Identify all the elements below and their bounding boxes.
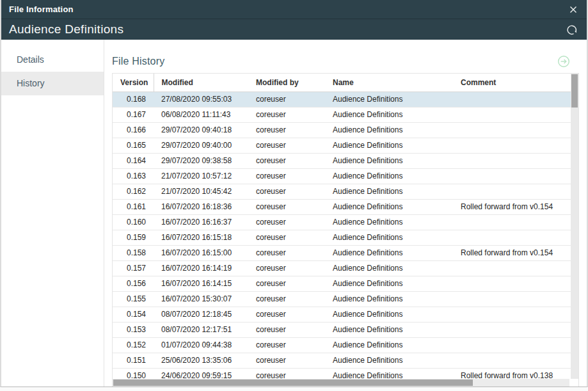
cell-modified-by: coreuser [248, 153, 325, 168]
cell-version: 0.166 [113, 122, 154, 138]
arrow-right-circle-icon[interactable] [556, 54, 571, 69]
cell-modified-by: coreuser [248, 353, 325, 368]
dialog-titlebar-sub: Audience Definitions [1, 19, 587, 40]
cell-modified: 16/07/2020 16:14:15 [154, 276, 248, 291]
cell-modified-by: coreuser [248, 230, 325, 245]
cell-modified-by: coreuser [248, 260, 325, 276]
cell-modified-by: coreuser [248, 138, 325, 153]
cell-comment [453, 153, 578, 168]
table-row[interactable]: 0.16016/07/2020 16:16:37coreuserAudience… [113, 214, 578, 230]
cell-modified: 29/07/2020 09:40:00 [154, 138, 248, 153]
cell-comment [453, 230, 578, 245]
table-row[interactable]: 0.15916/07/2020 16:15:18coreuserAudience… [113, 230, 578, 245]
cell-name: Audience Definitions [325, 214, 453, 230]
table-row[interactable]: 0.15408/07/2020 12:18:45coreuserAudience… [113, 307, 578, 322]
dialog-title: File Information [9, 4, 74, 14]
table-row[interactable]: 0.15201/07/2020 09:44:38coreuserAudience… [113, 337, 578, 353]
cell-modified-by: coreuser [248, 214, 325, 230]
section-header: File History [112, 40, 579, 73]
cell-name: Audience Definitions [325, 122, 453, 138]
cell-version: 0.168 [113, 92, 154, 107]
cell-name: Audience Definitions [325, 291, 453, 307]
cell-version: 0.163 [113, 168, 154, 184]
table-row[interactable]: 0.16321/07/2020 10:57:12coreuserAudience… [113, 168, 578, 184]
cell-modified: 16/07/2020 16:16:37 [154, 214, 248, 230]
column-header-modified-by[interactable]: Modified by [248, 74, 325, 92]
file-name-title: Audience Definitions [9, 22, 123, 36]
column-header-comment[interactable]: Comment [453, 74, 578, 92]
horizontal-scrollbar-thumb[interactable] [113, 379, 473, 386]
cell-version: 0.164 [113, 153, 154, 168]
column-header-name[interactable]: Name [325, 74, 453, 92]
table-row[interactable]: 0.15816/07/2020 16:15:00coreuserAudience… [113, 245, 578, 260]
cell-comment [453, 337, 578, 353]
table-row[interactable]: 0.16529/07/2020 09:40:00coreuserAudience… [113, 138, 578, 153]
table-row[interactable]: 0.15616/07/2020 16:14:15coreuserAudience… [113, 276, 578, 291]
table-row[interactable]: 0.16116/07/2020 16:18:36coreuserAudience… [113, 199, 578, 214]
cell-name: Audience Definitions [325, 245, 453, 260]
table-row[interactable]: 0.16629/07/2020 09:40:18coreuserAudience… [113, 122, 578, 138]
table-row[interactable]: 0.16706/08/2020 11:11:43coreuserAudience… [113, 107, 578, 122]
cell-modified: 01/07/2020 09:44:38 [154, 337, 248, 353]
cell-comment [453, 92, 578, 107]
cell-modified-by: coreuser [248, 245, 325, 260]
cell-modified: 16/07/2020 16:18:36 [154, 199, 248, 214]
dialog-body: Details History File History VersionModi… [1, 40, 587, 387]
cell-comment [453, 168, 578, 184]
cell-version: 0.158 [113, 245, 154, 260]
sidebar: Details History [1, 40, 104, 387]
table-row[interactable]: 0.16827/08/2020 09:55:03coreuserAudience… [113, 92, 578, 107]
table-row[interactable]: 0.15716/07/2020 16:14:19coreuserAudience… [113, 260, 578, 276]
table-row[interactable]: 0.16221/07/2020 10:45:42coreuserAudience… [113, 184, 578, 199]
cell-name: Audience Definitions [325, 153, 453, 168]
cell-comment [453, 184, 578, 199]
cell-modified-by: coreuser [248, 322, 325, 337]
cell-name: Audience Definitions [325, 199, 453, 214]
cell-version: 0.165 [113, 138, 154, 153]
cell-name: Audience Definitions [325, 276, 453, 291]
cell-version: 0.159 [113, 230, 154, 245]
horizontal-scrollbar[interactable] [113, 379, 578, 387]
cell-name: Audience Definitions [325, 322, 453, 337]
cell-modified-by: coreuser [248, 184, 325, 199]
table-header: VersionModifiedModified byNameComment [113, 74, 578, 92]
cell-modified: 08/07/2020 12:18:45 [154, 307, 248, 322]
tab-history[interactable]: History [1, 72, 104, 95]
cell-modified: 16/07/2020 16:15:18 [154, 230, 248, 245]
vertical-scrollbar[interactable] [571, 74, 578, 379]
main-panel: File History VersionModifiedModified byN… [104, 40, 587, 387]
cell-modified-by: coreuser [248, 168, 325, 184]
column-header-modified[interactable]: Modified [154, 74, 248, 92]
cell-modified-by: coreuser [248, 291, 325, 307]
cell-comment: Rolled forward from v0.154 [453, 199, 578, 214]
cell-comment [453, 138, 578, 153]
cell-version: 0.153 [113, 322, 154, 337]
column-header-version[interactable]: Version [113, 74, 154, 92]
cell-version: 0.155 [113, 291, 154, 307]
cell-modified: 29/07/2020 09:40:18 [154, 122, 248, 138]
table-row[interactable]: 0.15125/06/2020 13:35:06coreuserAudience… [113, 353, 578, 368]
cell-comment [453, 353, 578, 368]
dialog-titlebar: File Information Audience Definitions [1, 0, 587, 40]
cell-modified-by: coreuser [248, 199, 325, 214]
cell-version: 0.152 [113, 337, 154, 353]
close-icon[interactable] [568, 4, 579, 15]
tab-details[interactable]: Details [1, 48, 104, 72]
cell-version: 0.162 [113, 184, 154, 199]
cell-version: 0.167 [113, 107, 154, 122]
cell-modified: 21/07/2020 10:45:42 [154, 184, 248, 199]
table-row[interactable]: 0.15308/07/2020 12:17:51coreuserAudience… [113, 322, 578, 337]
cell-modified: 06/08/2020 11:11:43 [154, 107, 248, 122]
table-row[interactable]: 0.16429/07/2020 09:38:58coreuserAudience… [113, 153, 578, 168]
cell-name: Audience Definitions [325, 184, 453, 199]
cell-version: 0.161 [113, 199, 154, 214]
cell-comment [453, 276, 578, 291]
refresh-icon[interactable] [566, 23, 579, 36]
table-row[interactable]: 0.15516/07/2020 15:30:07coreuserAudience… [113, 291, 578, 307]
vertical-scrollbar-thumb[interactable] [571, 74, 578, 108]
cell-name: Audience Definitions [325, 107, 453, 122]
cell-version: 0.154 [113, 307, 154, 322]
file-information-dialog: File Information Audience Definitions [0, 0, 588, 387]
cell-name: Audience Definitions [325, 337, 453, 353]
cell-comment [453, 260, 578, 276]
